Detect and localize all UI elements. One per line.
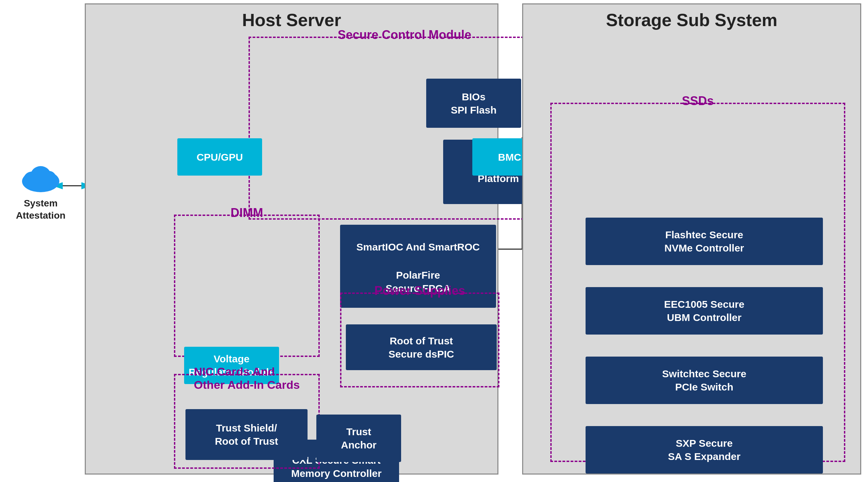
nic-cards-box: NIC Cards AndOther Add-In Cards Trust Sh… — [174, 374, 320, 469]
ssds-box: SSDs Flashtec SecureNVMe Controller EEC1… — [550, 103, 845, 462]
secure-control-label: Secure Control Module — [338, 28, 471, 42]
secure-control-module-box: Secure Control Module BIOsSPI Flash BMCS… — [249, 37, 560, 220]
diagram-container: SystemAttestation Host Server Secure Con… — [0, 0, 868, 482]
ssds-label: SSDs — [682, 94, 714, 108]
cloud-label: SystemAttestation — [7, 197, 75, 222]
bios-label: BIOsSPI Flash — [451, 90, 496, 117]
nic-label: NIC Cards AndOther Add-In Cards — [194, 365, 300, 391]
trust-anchor-label: TrustAnchor — [341, 425, 377, 451]
host-server-box: Host Server Secure Control Module BIOsSP… — [85, 3, 498, 475]
switchtec-label: Switchtec SecurePCIe Switch — [662, 367, 746, 394]
rot-dspic-box: Root of TrustSecure dsPIC — [346, 324, 497, 370]
storage-title: Storage Sub System — [523, 10, 860, 30]
bios-spi-flash-box: BIOsSPI Flash — [426, 79, 521, 128]
cloud-icon — [19, 163, 63, 193]
trust-nic-box: Trust Shield/Root of Trust — [185, 409, 308, 460]
host-server-title: Host Server — [86, 10, 497, 30]
bmc-label: BMC — [498, 150, 521, 164]
sxp-label: SXP SecureSA S Expander — [668, 437, 741, 463]
cpu-gpu-box: CPU/GPU — [177, 138, 262, 176]
cpu-label: CPU/GPU — [197, 150, 243, 164]
sxp-box: SXP SecureSA S Expander — [586, 426, 823, 474]
dimm-label: DIMM — [231, 206, 263, 220]
cloud-section: SystemAttestation — [7, 163, 75, 222]
flashtec-label: Flashtec SecureNVMe Controller — [664, 228, 744, 255]
power-label: Power Supplies — [374, 284, 465, 298]
trust-anchor-box: TrustAnchor — [316, 415, 401, 462]
switchtec-box: Switchtec SecurePCIe Switch — [586, 357, 823, 404]
eec-box: EEC1005 SecureUBM Controller — [586, 287, 823, 335]
power-supplies-box: Power Supplies Root of TrustSecure dsPIC — [340, 293, 499, 387]
storage-subsystem-box: Storage Sub System SSDs Flashtec SecureN… — [522, 3, 861, 475]
trust-nic-label: Trust Shield/Root of Trust — [215, 421, 278, 448]
svg-point-38 — [31, 166, 51, 185]
rot-label: Root of TrustSecure dsPIC — [389, 334, 454, 361]
flashtec-box: Flashtec SecureNVMe Controller — [586, 218, 823, 265]
dimm-box: DIMM CXL Secure SmartMemory Controller D… — [174, 215, 320, 357]
eec-label: EEC1005 SecureUBM Controller — [664, 298, 745, 324]
